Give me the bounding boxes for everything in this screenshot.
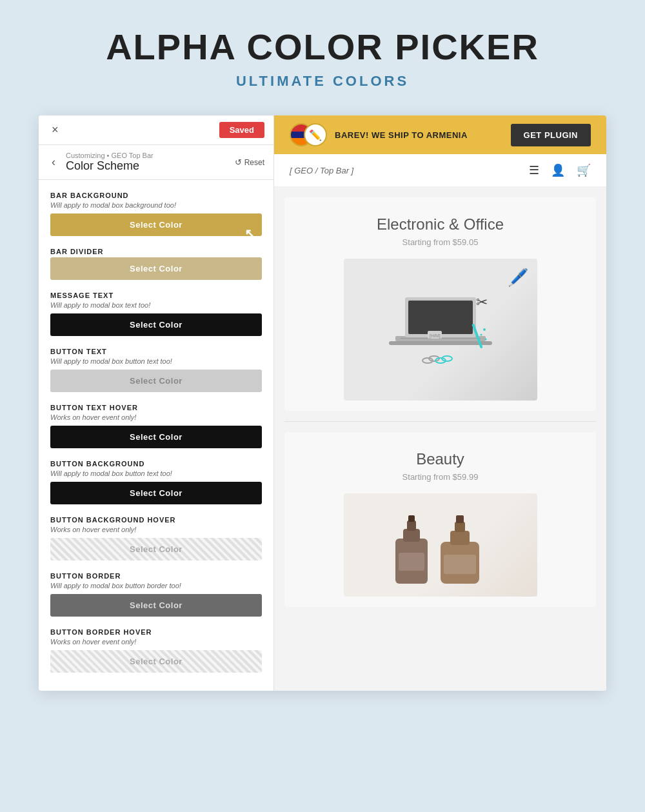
product-image-electronics: ✂ [H/M]: [344, 259, 537, 401]
select-color-label: Select Color: [130, 432, 183, 442]
section-label: BUTTON BORDER HOVER: [50, 628, 262, 636]
top-bar-left: ✏️ BAREV! WE SHIP TO ARMENIA: [290, 123, 468, 146]
section-note: Works on hover event only!: [50, 526, 262, 533]
bar-divider-color-btn[interactable]: Select Color: [50, 257, 262, 280]
select-color-label: Select Color: [130, 657, 183, 666]
reset-label: Reset: [244, 158, 264, 167]
section-label: BUTTON BORDER: [50, 572, 262, 580]
button-text-hover-color-btn[interactable]: Select Color: [50, 426, 262, 448]
button-text-color-btn[interactable]: Select Color: [50, 370, 262, 392]
top-bar-preview: ✏️ BAREV! WE SHIP TO ARMENIA GET PLUGIN: [274, 115, 606, 154]
section-label: BUTTON BACKGROUND HOVER: [50, 516, 262, 524]
svg-rect-22: [455, 522, 465, 532]
flag-wrap: ✏️: [290, 123, 328, 146]
section-note: Will apply to modal box text too!: [50, 301, 262, 309]
user-icon[interactable]: 👤: [551, 163, 565, 177]
section-button-background-hover: BUTTON BACKGROUND HOVER Works on hover e…: [50, 516, 262, 560]
page-header: ALPHA COLOR PICKER ULTIMATE COLORS: [39, 26, 606, 90]
svg-rect-23: [456, 515, 464, 523]
section-note: Will apply to modal box button text too!: [50, 470, 262, 477]
select-color-label: Select Color: [130, 376, 183, 386]
section-label: BUTTON BACKGROUND: [50, 460, 262, 468]
get-plugin-button[interactable]: GET PLUGIN: [511, 124, 591, 146]
svg-rect-3: [408, 301, 473, 334]
breadcrumb-info: Customizing • GEO Top Bar Color Scheme: [66, 152, 228, 173]
right-panel: ✏️ BAREV! WE SHIP TO ARMENIA GET PLUGIN …: [274, 115, 606, 691]
product-card-beauty: Beauty Starting from $59.99: [284, 432, 596, 607]
svg-point-8: [480, 334, 482, 336]
product-card-electronics: Electronic & Office Starting from $59.05…: [284, 197, 596, 411]
section-button-border-hover: BUTTON BORDER HOVER Works on hover event…: [50, 628, 262, 673]
svg-rect-1: [389, 341, 492, 345]
section-note: Will apply to modal box button text too!: [50, 357, 262, 365]
select-color-label: Select Color: [130, 488, 183, 498]
bar-background-color-btn[interactable]: Select Color ↖: [50, 213, 262, 236]
button-border-hover-color-btn[interactable]: Select Color: [50, 650, 262, 673]
back-button[interactable]: ‹: [48, 154, 59, 170]
pencil-icon: ✏️: [304, 123, 327, 146]
product-image-beauty: [344, 493, 537, 597]
section-note: Works on hover event only!: [50, 413, 262, 421]
svg-point-9: [484, 339, 486, 341]
svg-text:✂: ✂: [476, 294, 488, 310]
left-panel: × Saved ‹ Customizing • GEO Top Bar Colo…: [39, 115, 274, 691]
section-note: Will apply to modal box background too!: [50, 201, 262, 209]
section-label: BUTTON TEXT: [50, 348, 262, 355]
section-button-text-hover: BUTTON TEXT HOVER Works on hover event o…: [50, 404, 262, 448]
reset-icon: ↺: [235, 157, 242, 167]
reset-button[interactable]: ↺ Reset: [235, 157, 264, 167]
select-color-label: Select Color: [130, 600, 183, 610]
breadcrumb-current: Color Scheme: [66, 159, 228, 173]
product-subtitle: Starting from $59.99: [402, 472, 479, 482]
top-bar-message: BAREV! WE SHIP TO ARMENIA: [335, 130, 468, 140]
close-button[interactable]: ×: [48, 122, 63, 138]
button-background-color-btn[interactable]: Select Color: [50, 482, 262, 504]
product-subtitle: Starting from $59.05: [402, 237, 479, 247]
svg-rect-24: [399, 553, 424, 571]
section-bar-background: BAR BACKGROUND Will apply to modal box b…: [50, 192, 262, 236]
select-color-label: Select Color: [130, 544, 183, 554]
svg-rect-18: [407, 520, 416, 531]
svg-rect-19: [408, 515, 415, 522]
breadcrumb-bar: ‹ Customizing • GEO Top Bar Color Scheme…: [39, 145, 273, 180]
product-title: Electronic & Office: [377, 215, 504, 233]
saved-badge: Saved: [219, 122, 264, 138]
nav-icons: ☰ 👤 🛒: [529, 163, 591, 177]
button-border-color-btn[interactable]: Select Color: [50, 594, 262, 617]
section-bar-divider: BAR DIVIDER Select Color: [50, 248, 262, 280]
menu-icon[interactable]: ☰: [529, 163, 539, 177]
product-title: Beauty: [416, 450, 464, 468]
svg-rect-25: [444, 555, 476, 574]
laptop-svg: ✂ [H/M]: [376, 278, 505, 381]
message-text-color-btn[interactable]: Select Color: [50, 313, 262, 336]
section-button-text: BUTTON TEXT Will apply to modal box butt…: [50, 348, 262, 392]
section-divider: [284, 421, 596, 422]
section-note: Works on hover event only!: [50, 638, 262, 646]
select-color-label: Select Color: [130, 220, 183, 230]
color-options-list: BAR BACKGROUND Will apply to modal box b…: [39, 180, 273, 691]
section-label: BUTTON TEXT HOVER: [50, 404, 262, 411]
main-container: × Saved ‹ Customizing • GEO Top Bar Colo…: [39, 115, 606, 691]
section-button-background: BUTTON BACKGROUND Will apply to modal bo…: [50, 460, 262, 504]
site-nav: [ GEO / Top Bar ] ☰ 👤 🛒: [274, 154, 606, 187]
page-title: ALPHA COLOR PICKER: [39, 26, 606, 68]
cart-icon[interactable]: 🛒: [577, 163, 591, 177]
page-subtitle: ULTIMATE COLORS: [39, 73, 606, 90]
cursor-indicator: ↖: [244, 226, 256, 241]
svg-text:[H/M]: [H/M]: [430, 333, 441, 339]
select-color-label: Select Color: [130, 264, 183, 273]
section-label: MESSAGE TEXT: [50, 292, 262, 299]
content-area: Electronic & Office Starting from $59.05…: [274, 187, 606, 691]
panel-top-bar: × Saved: [39, 115, 273, 145]
section-button-border: BUTTON BORDER Will apply to modal box bu…: [50, 572, 262, 617]
select-color-label: Select Color: [130, 320, 183, 330]
cup-icon: 🖊️: [508, 268, 528, 288]
section-note: Will apply to modal box button border to…: [50, 582, 262, 589]
section-label: BAR BACKGROUND: [50, 192, 262, 199]
section-message-text: MESSAGE TEXT Will apply to modal box tex…: [50, 292, 262, 336]
beauty-svg: [376, 506, 505, 590]
section-label: BAR DIVIDER: [50, 248, 262, 255]
site-logo: [ GEO / Top Bar ]: [290, 166, 353, 175]
button-background-hover-color-btn[interactable]: Select Color: [50, 538, 262, 560]
svg-point-7: [483, 328, 486, 331]
